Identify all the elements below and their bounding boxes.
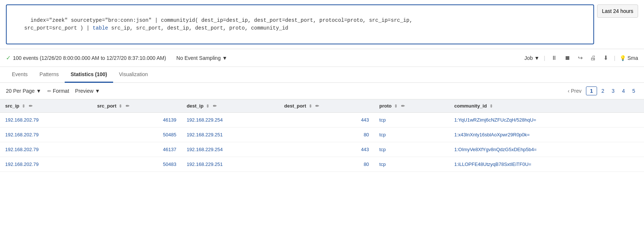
table-body: 192.168.202.7946139192.168.229.254443tcp… <box>0 113 644 172</box>
cell-community_id[interactable]: 1:OImyVe8XfYgv8nQdzG5xDEhp5b4= <box>449 142 644 157</box>
table-row: 192.168.202.7950483192.168.229.25180tcp1… <box>0 157 644 172</box>
col-proto-label: proto <box>379 103 392 109</box>
search-input[interactable]: index="zeek" sourcetype="bro:conn:json" … <box>6 4 594 44</box>
sampling-label: No Event Sampling <box>176 55 221 61</box>
print-icon: 🖨 <box>590 55 596 61</box>
proto-edit-icon[interactable]: ✏ <box>401 103 405 109</box>
tab-events[interactable]: Events <box>6 67 34 83</box>
table-header-row: src_ip ⇕ ✏ src_port ⇕ ✏ dest_ip ⇕ ✏ dest… <box>0 99 644 113</box>
proto-sort-icon[interactable]: ⇕ <box>394 104 397 108</box>
cell-src_port[interactable]: 50485 <box>92 127 182 142</box>
stop-button[interactable]: ⏹ <box>563 53 572 63</box>
divider-2: | <box>614 55 616 61</box>
table-header: src_ip ⇕ ✏ src_port ⇕ ✏ dest_ip ⇕ ✏ dest… <box>0 99 644 113</box>
col-community_id: community_id ⇕ <box>449 99 644 113</box>
cell-dest_ip[interactable]: 192.168.229.251 <box>182 127 279 142</box>
cell-dest_ip[interactable]: 192.168.229.251 <box>182 157 279 172</box>
dest_port-sort-icon[interactable]: ⇕ <box>309 104 312 108</box>
src_ip-sort-icon[interactable]: ⇕ <box>22 104 25 108</box>
cell-src_ip[interactable]: 192.168.202.79 <box>0 127 92 142</box>
col-proto: proto ⇕ ✏ <box>374 99 449 113</box>
smart-label: 💡 Sma <box>620 55 638 61</box>
cell-src_port[interactable]: 50483 <box>92 157 182 172</box>
table-row: 192.168.202.7946137192.168.229.254443tcp… <box>0 142 644 157</box>
cell-dest_ip[interactable]: 192.168.229.254 <box>182 142 279 157</box>
light-icon: 💡 <box>620 55 626 61</box>
print-button[interactable]: 🖨 <box>589 53 597 63</box>
job-button[interactable]: Job ▼ <box>525 55 539 61</box>
events-count: ✓ 100 events (12/26/20 8:00:00.000 AM to… <box>6 54 166 61</box>
preview-button[interactable]: Preview ▼ <box>75 88 100 94</box>
cell-proto[interactable]: tcp <box>374 157 449 172</box>
table-row: 192.168.202.7950485192.168.229.25180tcp1… <box>0 127 644 142</box>
cell-proto[interactable]: tcp <box>374 113 449 127</box>
format-button[interactable]: ✏ Format <box>47 88 69 94</box>
page-5-button[interactable]: 5 <box>629 87 638 95</box>
stop-icon: ⏹ <box>565 55 570 61</box>
col-src_port-label: src_port <box>97 103 116 109</box>
src_port-sort-icon[interactable]: ⇕ <box>119 104 122 108</box>
cell-proto[interactable]: tcp <box>374 127 449 142</box>
cell-dest_port[interactable]: 80 <box>279 157 374 172</box>
query-text: index="zeek" sourcetype="bro:conn:json" … <box>12 9 413 40</box>
cell-community_id[interactable]: 1:x43lnXnty16sblAoXpwr29R0p0k= <box>449 127 644 142</box>
preview-label: Preview <box>75 88 94 94</box>
col-dest_port-label: dest_port <box>284 103 306 109</box>
cell-dest_port[interactable]: 443 <box>279 142 374 157</box>
check-icon: ✓ <box>6 54 11 61</box>
col-community_id-label: community_id <box>454 103 487 109</box>
cell-community_id[interactable]: 1:YqU1wRZimj6cNZFUcZqH/528hqU= <box>449 113 644 127</box>
job-arrow: ▼ <box>534 55 539 61</box>
src_port-edit-icon[interactable]: ✏ <box>126 103 129 109</box>
per-page-arrow: ▼ <box>36 88 41 94</box>
cell-src_ip[interactable]: 192.168.202.79 <box>0 157 92 172</box>
pagination: ‹ Prev 1 2 3 4 5 <box>565 86 638 95</box>
page-3-button[interactable]: 3 <box>609 87 618 95</box>
prev-page-button[interactable]: ‹ Prev <box>565 86 584 95</box>
per-page-button[interactable]: 20 Per Page ▼ <box>6 88 41 94</box>
time-range-button[interactable]: Last 24 hours <box>597 4 638 18</box>
search-bar-section: index="zeek" sourcetype="bro:conn:json" … <box>0 0 644 49</box>
pause-button[interactable]: ⏸ <box>550 53 559 63</box>
page-4-button[interactable]: 4 <box>619 87 628 95</box>
dest_ip-edit-icon[interactable]: ✏ <box>213 103 217 109</box>
col-dest_ip-label: dest_ip <box>187 103 204 109</box>
share-icon: ↪ <box>578 54 583 61</box>
page-2-button[interactable]: 2 <box>599 87 607 95</box>
col-dest_port: dest_port ⇕ ✏ <box>279 99 374 113</box>
cell-proto[interactable]: tcp <box>374 142 449 157</box>
cell-src_ip[interactable]: 192.168.202.79 <box>0 113 92 127</box>
cell-dest_ip[interactable]: 192.168.229.254 <box>182 113 279 127</box>
sampling-arrow: ▼ <box>222 55 227 61</box>
cell-src_port[interactable]: 46139 <box>92 113 182 127</box>
query-suffix: src_ip, src_port, dest_ip, dest_port, pr… <box>108 25 288 31</box>
page-1-button[interactable]: 1 <box>586 86 597 95</box>
tab-patterns[interactable]: Patterns <box>34 67 65 83</box>
src_ip-edit-icon[interactable]: ✏ <box>29 103 33 109</box>
cell-dest_port[interactable]: 80 <box>279 127 374 142</box>
dest_port-edit-icon[interactable]: ✏ <box>315 103 319 109</box>
toolbar: 20 Per Page ▼ ✏ Format Preview ▼ ‹ Prev … <box>0 83 644 99</box>
sampling-button[interactable]: No Event Sampling ▼ <box>173 54 230 62</box>
col-src_ip-label: src_ip <box>5 103 19 109</box>
cell-community_id[interactable]: 1:iLLOPFE48UtzyqB78SxtIEiTF0U= <box>449 157 644 172</box>
cell-src_port[interactable]: 46137 <box>92 142 182 157</box>
cell-dest_port[interactable]: 443 <box>279 113 374 127</box>
col-dest_ip: dest_ip ⇕ ✏ <box>182 99 279 113</box>
community_id-sort-icon[interactable]: ⇕ <box>489 104 493 108</box>
dest_ip-sort-icon[interactable]: ⇕ <box>206 104 209 108</box>
query-keyword: table <box>92 25 108 31</box>
results-table: src_ip ⇕ ✏ src_port ⇕ ✏ dest_ip ⇕ ✏ dest… <box>0 99 644 172</box>
results-table-container: src_ip ⇕ ✏ src_port ⇕ ✏ dest_ip ⇕ ✏ dest… <box>0 99 644 172</box>
tab-statistics[interactable]: Statistics (100) <box>65 67 113 83</box>
format-pencil-icon: ✏ <box>47 88 51 94</box>
divider-1: | <box>544 55 545 61</box>
preview-arrow: ▼ <box>95 88 100 94</box>
status-actions: Job ▼ | ⏸ ⏹ ↪ 🖨 ⬇ | 💡 Sma <box>525 53 638 63</box>
share-button[interactable]: ↪ <box>576 53 584 63</box>
cell-src_ip[interactable]: 192.168.202.79 <box>0 142 92 157</box>
tab-visualization[interactable]: Visualization <box>113 67 154 83</box>
status-bar: ✓ 100 events (12/26/20 8:00:00.000 AM to… <box>0 49 644 67</box>
events-text: 100 events (12/26/20 8:00:00.000 AM to 1… <box>13 55 166 61</box>
download-button[interactable]: ⬇ <box>602 53 610 63</box>
